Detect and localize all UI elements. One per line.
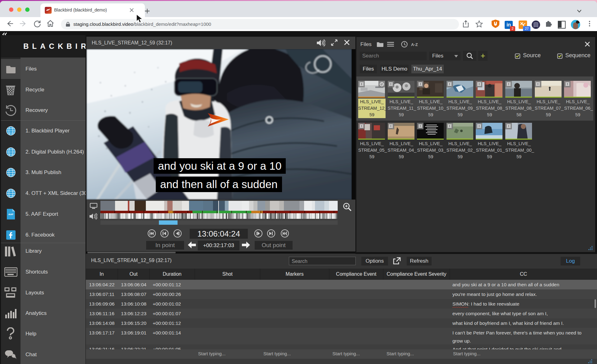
- svg-text:AAF: AAF: [8, 213, 14, 216]
